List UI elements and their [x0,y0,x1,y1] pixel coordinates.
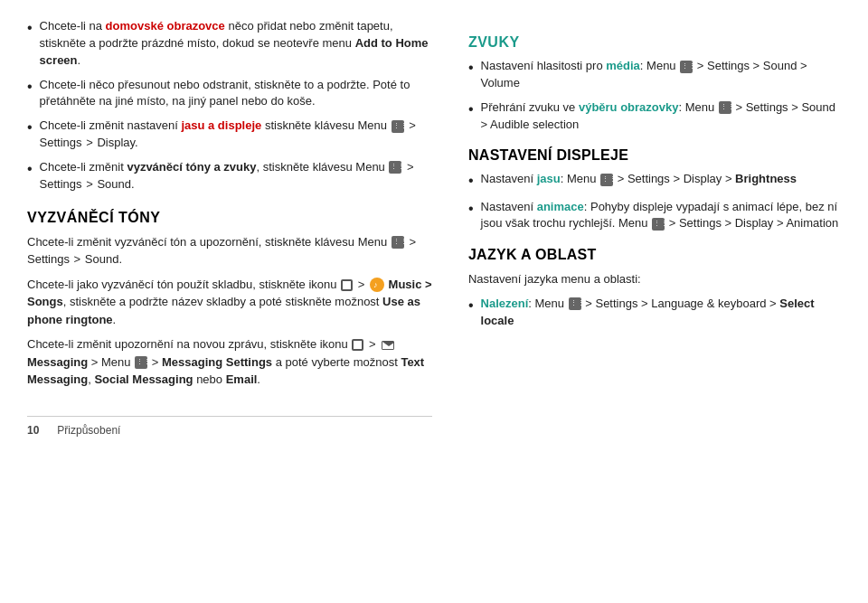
menu-icon-r3 [600,174,613,186]
ringtones-heading: VYZVÁNĚCÍ TÓNY [27,210,432,226]
select-locale-label: Select locale [481,297,815,327]
jazyk-heading: JAZYK A OBLAST [468,247,841,263]
highlight-vyzvaneci: vyzváněcí tóny a zvuky [127,160,256,174]
highlight-media: média [606,59,640,72]
displeje-heading: NASTAVENÍ DISPLEJE [468,147,841,164]
envelope-icon [382,341,394,350]
jazyk-text-1: Nalezení: Menu > Settings > Language & k… [481,296,841,330]
ringtones-para3: Chcete-li změnit upozornění na novou zpr… [27,335,432,389]
page-footer: 10 Přizpůsobení [27,416,432,437]
jazyk-section: JAZYK A OBLAST Nastavení jazyka menu a o… [468,247,841,329]
displeje-section: NASTAVENÍ DISPLEJE • Nastavení jasu: Men… [468,147,841,232]
zvuky-bullet-2: • Přehrání zvuku ve výběru obrazovky: Me… [468,99,841,134]
zvuky-text-1: Nastavení hlasitosti pro média: Menu > S… [481,58,841,92]
bullet-text-4: Chcete-li změnit vyzváněcí tóny a zvuky,… [40,159,432,193]
zvuky-section: ZVUKY • Nastavení hlasitosti pro média: … [468,34,841,133]
bullet-dot-2: • [27,76,33,97]
page-layout: • Chcete-li na domovské obrazovce něco p… [27,18,841,437]
highlight-nalezeni: Nalezení [481,297,529,310]
right-column: ZVUKY • Nastavení hlasitosti pro média: … [468,18,841,437]
bullet-dot-d2: • [468,198,474,219]
displeje-text-1: Nastavení jasu: Menu > Settings > Displa… [481,171,841,188]
menu-icon-1 [392,120,404,133]
left-column: • Chcete-li na domovské obrazovce něco p… [27,18,432,437]
menu-icon-3 [392,236,404,249]
messaging-label: Messaging [27,355,88,369]
zvuky-heading: ZVUKY [468,34,841,51]
use-as-ringtone-label: Use as phone ringtone [27,295,420,326]
brightness-label: Brightness [735,172,797,185]
displeje-bullet-1: • Nastavení jasu: Menu > Settings > Disp… [468,171,841,191]
email-label: Email [226,372,258,386]
menu-icon-r2 [719,101,731,114]
bullet-dot-z2: • [468,99,474,119]
ringtones-para1: Chcete-li změnit vyzváněcí tón a upozorn… [27,233,432,269]
bullet-item-1: • Chcete-li na domovské obrazovce něco p… [27,18,432,70]
footer-label: Přizpůsobení [57,424,120,437]
bullet-dot-j1: • [468,295,474,316]
bullet-text-2: Chcete-li něco přesunout nebo odstranit,… [40,77,432,111]
bullet-dot-d1: • [468,170,474,191]
bullet-dot-3: • [27,117,33,137]
bullet-text-1: Chcete-li na domovské obrazovce něco při… [40,18,432,70]
menu-icon-r5 [569,297,581,310]
bullet-dot: • [27,17,33,38]
menu-icon-r1 [680,61,693,73]
zvuky-bullet-1: • Nastavení hlasitosti pro média: Menu >… [468,58,841,92]
bullet-dot-z1: • [468,57,474,78]
page-number: 10 [27,424,39,437]
bullet-item-3: • Chcete-li změnit nastavení jasu a disp… [27,118,432,152]
zvuky-text-2: Přehrání zvuku ve výběru obrazovky: Menu… [481,99,841,134]
bullet-text-3: Chcete-li změnit nastavení jasu a disple… [40,118,432,152]
bullet-dot-4: • [27,158,33,179]
highlight-vyber: výběru obrazovky [579,100,679,114]
bullet-item-4: • Chcete-li změnit vyzváněcí tóny a zvuk… [27,159,432,193]
music-icon [370,278,384,292]
add-home-label: Add to Home screen [40,36,429,67]
msg-icon [352,339,363,351]
ringtones-para2: Chcete-li jako vyzváněcí tón použít skla… [27,276,432,329]
displeje-bullet-2: • Nastavení animace: Pohyby displeje vyp… [468,199,841,233]
menu-icon-4 [135,356,147,369]
jazyk-intro: Nastavení jazyka menu a oblasti: [468,270,841,288]
social-messaging-label: Social Messaging [94,372,193,386]
highlight-domovske: domovské obrazovce [106,19,225,33]
highlight-jas-d: jasu [537,172,561,185]
menu-icon-r4 [652,218,665,231]
bullet-item-2: • Chcete-li něco přesunout nebo odstrani… [27,77,432,111]
displeje-text-2: Nastavení animace: Pohyby displeje vypad… [481,199,841,233]
highlight-animace: animace [537,200,584,213]
ringtones-section: VYZVÁNĚCÍ TÓNY Chcete-li změnit vyzváněc… [27,210,432,389]
jazyk-bullet-1: • Nalezení: Menu > Settings > Language &… [468,296,841,330]
phone-icon [341,279,353,291]
messaging-settings-label: Messaging Settings [162,355,272,369]
intro-bullets: • Chcete-li na domovské obrazovce něco p… [27,18,432,193]
menu-icon-2 [389,161,401,174]
highlight-jas: jasu a displeje [181,118,261,132]
